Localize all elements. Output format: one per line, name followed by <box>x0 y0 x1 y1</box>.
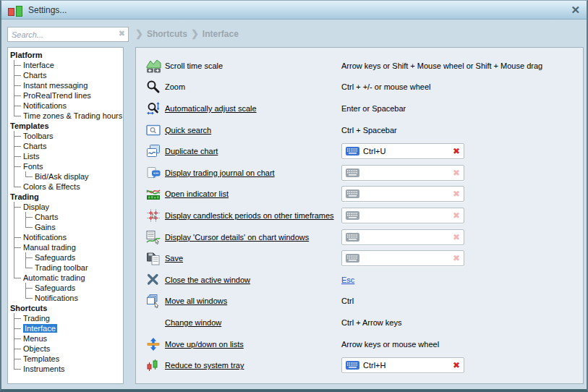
sidebar-item-fonts[interactable]: Fonts <box>9 161 123 171</box>
clear-shortcut-icon[interactable]: ✖ <box>453 147 460 155</box>
clear-shortcut-icon[interactable]: ✖ <box>453 211 460 220</box>
keyboard-icon <box>346 361 359 370</box>
shortcut-input[interactable]: ✖ <box>341 250 464 266</box>
sidebar-item-lists[interactable]: Lists <box>9 151 123 161</box>
shortcut-label[interactable]: Display trading journal on chart <box>165 169 341 177</box>
sidebar-item-trading[interactable]: Trading <box>9 192 123 202</box>
shortcut-key-text: Ctrl+U <box>363 147 449 155</box>
sidebar-item-templates-charts[interactable]: Charts <box>9 141 123 151</box>
sidebar-item-trading-toolbar[interactable]: Trading toolbar <box>9 263 123 273</box>
sidebar-item-shortcuts[interactable]: Shortcuts <box>9 303 123 313</box>
keyboard-icon <box>346 189 359 198</box>
clear-shortcut-icon[interactable]: ✖ <box>453 254 460 263</box>
shortcut-label[interactable]: Display candlestick periods on other tim… <box>165 211 341 220</box>
shortcut-key-text: Ctrl+H <box>363 361 449 370</box>
keyboard-icon <box>346 147 359 155</box>
sidebar-item-automatic-trading[interactable]: Automatic trading <box>9 273 123 283</box>
chevron-icon: ❯ <box>191 28 199 39</box>
shortcut-input[interactable]: Ctrl+H ✖ <box>341 357 464 373</box>
sidebar-item-gains[interactable]: Gains <box>9 222 123 232</box>
chevron-icon: ❯ <box>135 28 143 39</box>
sidebar-item-display-charts[interactable]: Charts <box>9 212 123 222</box>
settings-window: Settings... ✕ ✖ ❯ Shortcuts ❯ Interface … <box>0 0 588 392</box>
shortcut-label[interactable]: Change window <box>165 318 341 327</box>
row-change-window: Change window Ctrl + Arrow keys <box>146 312 573 333</box>
sidebar-item-manual-safeguards[interactable]: Safeguards <box>9 252 123 263</box>
clear-shortcut-icon[interactable]: ✖ <box>453 361 460 370</box>
shortcut-label[interactable]: Save <box>165 254 341 263</box>
shortcut-input[interactable]: ✖ <box>341 208 464 223</box>
sidebar-item-objects[interactable]: Objects <box>9 344 123 354</box>
auto-adjust-scale-icon <box>146 101 165 116</box>
cursor-details-icon <box>146 230 165 244</box>
row-trading-journal: Display trading journal on chart ✖ <box>146 162 573 184</box>
sidebar-item-templates[interactable]: Templates <box>9 121 123 131</box>
shortcut-label[interactable]: Display 'Cursor details' on chart window… <box>165 233 341 242</box>
shortcut-value-link[interactable]: Esc <box>341 276 354 284</box>
close-icon[interactable]: ✕ <box>571 4 580 15</box>
sidebar-item-automatic-notifications[interactable]: Notifications <box>9 293 123 303</box>
sidebar-item-shortcuts-templates[interactable]: Templates <box>9 354 123 364</box>
breadcrumb-interface[interactable]: Interface <box>203 29 239 39</box>
shortcut-label[interactable]: Move up/down on lists <box>165 340 341 349</box>
titlebar[interactable]: Settings... ✕ <box>1 1 587 20</box>
sidebar-item-manual-trading[interactable]: Manual trading <box>9 242 123 252</box>
row-close-active-window: Close the active window Esc <box>146 269 573 291</box>
shortcut-label[interactable]: Open indicator list <box>165 189 341 198</box>
row-auto-adjust-scale: Automatically adjust scale Enter or Spac… <box>146 98 573 119</box>
breadcrumb: ❯ Shortcuts ❯ Interface <box>135 28 239 39</box>
sidebar-item-shortcuts-trading[interactable]: Trading <box>9 313 123 323</box>
sidebar-item-bid-ask-display[interactable]: Bid/Ask display <box>9 171 123 182</box>
shortcut-label[interactable]: Quick search <box>165 126 341 135</box>
sidebar-item-instant-messaging[interactable]: Instant messaging <box>9 80 123 90</box>
close-window-icon <box>146 273 165 287</box>
shortcut-input[interactable]: ✖ <box>341 186 464 202</box>
sidebar-item-display[interactable]: Display <box>9 202 123 212</box>
sidebar-item-menus[interactable]: Menus <box>9 333 123 344</box>
shortcut-label[interactable]: Automatically adjust scale <box>165 104 341 113</box>
search-clear-icon[interactable]: ✖ <box>119 30 125 38</box>
shortcut-input[interactable]: ✖ <box>341 229 464 245</box>
row-open-indicator-list: Open indicator list ✖ <box>146 184 573 205</box>
sidebar-item-automatic-safeguards[interactable]: Safeguards <box>9 283 123 293</box>
row-duplicate-chart: Duplicate chart Ctrl+U ✖ <box>146 140 573 162</box>
sidebar-item-prorealtrend-lines[interactable]: ProRealTrend lines <box>9 90 123 101</box>
settings-tree: Platform Interface Charts Instant messag… <box>7 47 124 384</box>
shortcut-label[interactable]: Close the active window <box>165 276 341 284</box>
shortcut-value: Arrow keys or mouse wheel <box>341 340 439 349</box>
clear-shortcut-icon[interactable]: ✖ <box>453 189 460 198</box>
sidebar-item-toolbars[interactable]: Toolbars <box>9 131 123 141</box>
sidebar-item-colors-effects[interactable]: Colors & Effects <box>9 182 123 192</box>
shortcut-input[interactable]: ✖ <box>341 165 464 181</box>
shortcut-label[interactable]: Duplicate chart <box>165 147 341 155</box>
shortcut-value: Ctrl + Spacebar <box>341 126 397 135</box>
shortcut-label[interactable]: Reduce to system tray <box>165 361 341 370</box>
clear-shortcut-icon[interactable]: ✖ <box>453 169 460 177</box>
sidebar-item-platform-interface[interactable]: Interface <box>9 60 123 70</box>
clear-shortcut-icon[interactable]: ✖ <box>453 233 460 242</box>
zoom-icon <box>146 80 165 94</box>
sidebar-item-time-zones[interactable]: Time zones & Trading hours <box>9 111 123 121</box>
row-candlestick-periods: Display candlestick periods on other tim… <box>146 205 573 226</box>
shortcut-value: Ctrl + Arrow keys <box>341 318 401 327</box>
keyboard-icon <box>346 233 359 242</box>
row-scroll-time-scale: Scroll time scale Arrow keys or Shift + … <box>146 55 573 77</box>
search-input[interactable] <box>7 27 129 42</box>
move-all-windows-icon <box>146 294 165 308</box>
scroll-time-scale-icon <box>146 59 165 73</box>
sidebar-item-platform-notifications[interactable]: Notifications <box>9 101 123 111</box>
sidebar-item-instruments[interactable]: Instruments <box>9 364 123 374</box>
duplicate-chart-icon <box>146 144 165 158</box>
sidebar-item-platform-charts[interactable]: Charts <box>9 70 123 80</box>
shortcut-label[interactable]: Move all windows <box>165 297 341 305</box>
indicator-list-icon <box>146 187 165 201</box>
shortcut-value: Ctrl + +/- or mouse wheel <box>341 82 431 91</box>
sidebar-item-trading-notifications[interactable]: Notifications <box>9 232 123 242</box>
shortcut-input[interactable]: Ctrl+U ✖ <box>341 143 464 159</box>
sidebar-item-platform[interactable]: Platform <box>9 50 123 60</box>
sidebar-item-shortcuts-interface[interactable]: Interface <box>9 323 123 333</box>
breadcrumb-shortcuts[interactable]: Shortcuts <box>147 29 187 39</box>
candlestick-logo-icon <box>8 4 22 17</box>
shortcut-label: Zoom <box>165 82 341 91</box>
shortcuts-panel: Scroll time scale Arrow keys or Shift + … <box>135 47 584 384</box>
